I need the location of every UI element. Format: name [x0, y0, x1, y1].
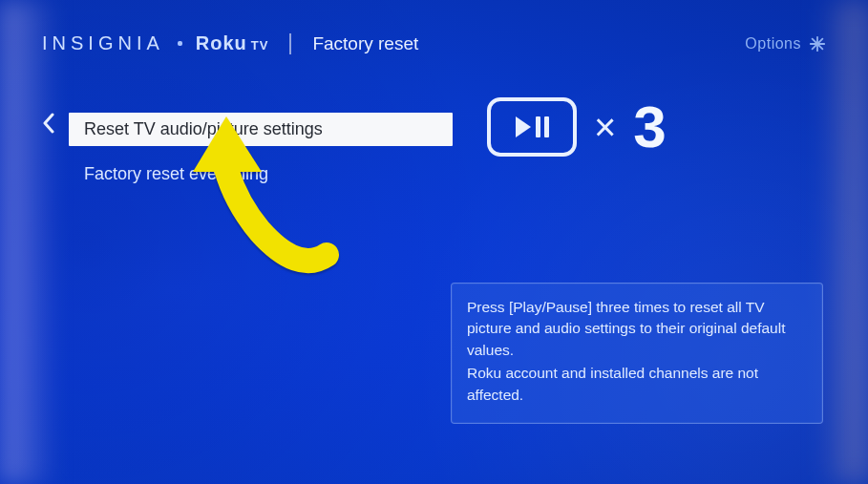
header-bar: INSIGNIA Roku TV Factory reset Options: [42, 32, 826, 54]
brand-roku-name: Roku: [196, 32, 247, 54]
vertical-divider: [289, 33, 291, 54]
options-button[interactable]: Options: [745, 35, 826, 53]
menu-item-reset-audio-picture[interactable]: Reset TV audio/picture settings: [69, 113, 453, 146]
back-button[interactable]: [42, 113, 55, 137]
brand-block: INSIGNIA Roku TV Factory reset: [42, 32, 418, 54]
screen-glare-right: [820, 0, 868, 484]
multiply-symbol: ×: [594, 106, 616, 149]
info-line-2: Roku account and installed channels are …: [467, 363, 807, 406]
brand-roku: Roku TV: [196, 32, 269, 54]
info-line-1: Press [Play/Pause] three times to reset …: [467, 297, 807, 361]
play-pause-icon: [487, 97, 577, 157]
brand-roku-suffix: TV: [251, 38, 269, 53]
menu-item-label: Reset TV audio/picture settings: [84, 119, 323, 138]
menu-item-factory-reset-everything[interactable]: Factory reset everything: [69, 158, 453, 191]
breadcrumb: Factory reset: [312, 33, 418, 54]
brand-insignia: INSIGNIA: [42, 32, 164, 54]
menu-item-label: Factory reset everything: [84, 164, 268, 183]
action-visual: × 3: [487, 97, 667, 157]
brand-separator-dot-icon: [178, 41, 182, 46]
press-count: 3: [633, 97, 666, 157]
asterisk-icon: [809, 35, 826, 53]
options-label: Options: [745, 35, 801, 53]
screen-glare-left: [0, 0, 57, 484]
menu: Reset TV audio/picture settings Factory …: [42, 113, 453, 191]
info-panel: Press [Play/Pause] three times to reset …: [451, 283, 823, 424]
menu-list: Reset TV audio/picture settings Factory …: [69, 113, 453, 191]
